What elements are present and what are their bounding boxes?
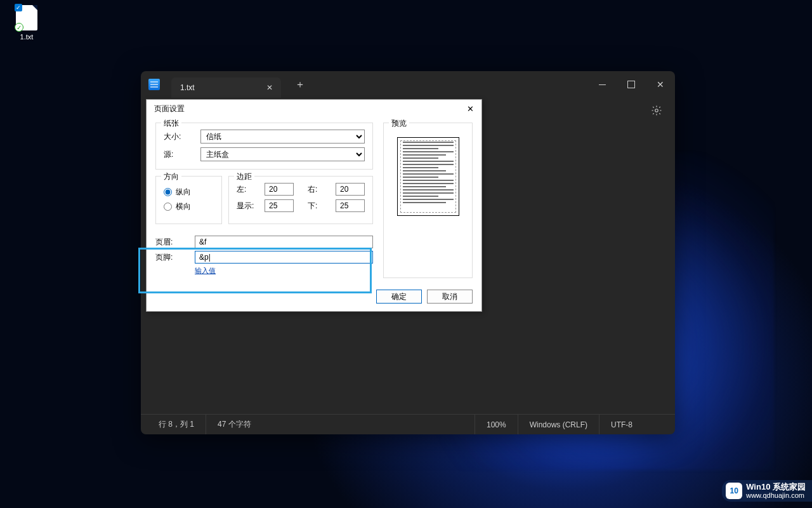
size-label: 大小:	[164, 131, 194, 142]
margins-legend: 边距	[234, 171, 254, 182]
minimize-button[interactable]	[587, 71, 617, 98]
desktop-file-label: 1.txt	[8, 33, 46, 41]
statusbar: 行 8，列 1 47 个字符 100% Windows (CRLF) UTF-8	[141, 414, 675, 434]
watermark: 10 Win10 系统家园 www.qdhuajin.com	[722, 480, 812, 502]
maximize-button[interactable]	[617, 71, 646, 98]
watermark-url: www.qdhuajin.com	[746, 491, 806, 499]
tab-file[interactable]: 1.txt ✕	[171, 77, 281, 98]
status-eol[interactable]: Windows (CRLF)	[518, 415, 599, 434]
source-label: 源:	[164, 149, 194, 160]
bottom-margin-label: 下:	[308, 201, 329, 211]
sync-badge-icon: ✓	[15, 4, 22, 11]
header-input[interactable]	[195, 236, 373, 248]
header-label: 页眉:	[155, 237, 188, 248]
portrait-radio[interactable]: 纵向	[164, 187, 214, 197]
titlebar[interactable]: 1.txt ✕ ＋ ✕	[141, 71, 675, 98]
show-margin-label: 显示:	[237, 201, 258, 211]
footer-input[interactable]	[195, 251, 373, 264]
status-zoom[interactable]: 100%	[475, 415, 518, 434]
desktop-file-icon[interactable]: ✓ ✓ 1.txt	[8, 5, 46, 41]
show-margin-input[interactable]	[265, 199, 294, 212]
page-setup-dialog: 页面设置 ✕ 纸张 大小: 信纸 源: 主纸盒 方向 纵向 横向	[146, 99, 482, 312]
left-margin-input[interactable]	[265, 183, 294, 196]
txt-file-icon: ✓ ✓	[16, 5, 37, 30]
orientation-legend: 方向	[161, 171, 181, 182]
left-margin-label: 左:	[237, 184, 258, 195]
dialog-title: 页面设置	[154, 104, 464, 114]
right-margin-label: 右:	[308, 184, 329, 195]
preview-page	[397, 137, 459, 216]
status-chars: 47 个字符	[206, 415, 263, 434]
tab-label: 1.txt	[180, 83, 195, 92]
new-tab-button[interactable]: ＋	[292, 78, 308, 91]
settings-gear-icon[interactable]	[651, 105, 662, 116]
watermark-logo-icon: 10	[726, 483, 742, 499]
margins-fieldset: 边距 左: 右: 显示: 下:	[228, 176, 373, 224]
status-cursor: 行 8，列 1	[147, 415, 206, 434]
dialog-titlebar[interactable]: 页面设置 ✕	[147, 100, 481, 117]
preview-legend: 预览	[389, 118, 409, 129]
paper-size-select[interactable]: 信纸	[200, 130, 365, 144]
input-help-link[interactable]: 输入值	[195, 267, 216, 274]
paper-fieldset: 纸张 大小: 信纸 源: 主纸盒	[155, 123, 373, 170]
dialog-close-icon[interactable]: ✕	[464, 102, 476, 115]
bottom-margin-input[interactable]	[336, 199, 365, 212]
tab-close-icon[interactable]: ✕	[265, 83, 275, 93]
paper-legend: 纸张	[161, 118, 181, 129]
landscape-radio[interactable]: 横向	[164, 201, 214, 212]
ok-button[interactable]: 确定	[376, 290, 422, 304]
orientation-fieldset: 方向 纵向 横向	[155, 176, 222, 224]
paper-source-select[interactable]: 主纸盒	[200, 147, 365, 161]
status-badge-icon: ✓	[15, 23, 23, 32]
close-window-button[interactable]: ✕	[646, 71, 675, 98]
right-margin-input[interactable]	[336, 183, 365, 196]
notepad-app-icon	[148, 79, 160, 90]
svg-point-0	[655, 109, 658, 112]
preview-fieldset: 预览	[383, 123, 473, 278]
footer-label: 页脚:	[155, 252, 188, 263]
status-encoding[interactable]: UTF-8	[599, 415, 675, 434]
cancel-button[interactable]: 取消	[427, 290, 473, 304]
